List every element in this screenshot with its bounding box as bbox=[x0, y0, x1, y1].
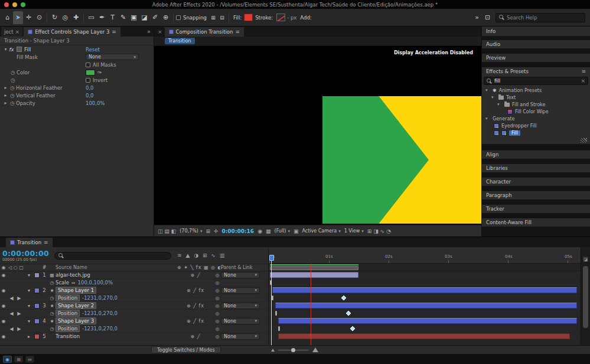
layer-switches[interactable]: ⊕ ╱ fx bbox=[177, 303, 214, 309]
add-label[interactable]: Add: bbox=[300, 15, 311, 21]
effect-enabled-fx-icon[interactable]: fx bbox=[9, 47, 17, 53]
toggle-switches-pane-icon[interactable]: ⊞ bbox=[14, 356, 23, 363]
stopwatch-icon[interactable]: ◷ bbox=[9, 70, 17, 76]
keyframe-icon[interactable] bbox=[270, 280, 272, 285]
workspace-icon[interactable]: ⊡ bbox=[483, 11, 493, 24]
parent-select[interactable]: None▾ bbox=[221, 333, 260, 340]
pickwhip-icon[interactable]: ◎ bbox=[214, 273, 221, 278]
video-eye-icon[interactable]: ◉ bbox=[0, 303, 7, 309]
pickwhip-icon[interactable]: ◎ bbox=[214, 303, 221, 309]
hand-tool[interactable]: ✛ bbox=[24, 11, 34, 24]
parent-select[interactable]: None▾ bbox=[221, 318, 260, 324]
keyframe-icon[interactable] bbox=[346, 311, 351, 316]
keyframe-icon[interactable] bbox=[350, 326, 355, 331]
timeline-search-field[interactable] bbox=[54, 252, 171, 260]
clone-stamp-tool[interactable]: ▣ bbox=[129, 11, 139, 24]
stroke-color-swatch[interactable] bbox=[276, 14, 285, 21]
layer-bar-transition[interactable] bbox=[278, 333, 570, 339]
layer-switches[interactable]: ⊕ ╱ bbox=[177, 273, 214, 278]
help-search-field[interactable] bbox=[496, 13, 585, 22]
tree-item-animation-presets[interactable]: ▾ ✱ Animation Presets bbox=[484, 87, 588, 94]
twirl-open-icon[interactable]: ▾ bbox=[25, 288, 33, 293]
keyframe-nav-icons[interactable]: ◀ ▶ bbox=[7, 311, 25, 316]
zoom-tool[interactable]: ⊙ bbox=[34, 11, 44, 24]
pickwhip-icon[interactable]: ◎ bbox=[214, 326, 221, 332]
current-time-display[interactable]: 0:00:00:00 bbox=[2, 250, 50, 257]
twirl-closed-icon[interactable]: ▸ bbox=[2, 85, 9, 90]
comp-nav-transition[interactable]: Transition bbox=[165, 38, 195, 44]
opacity-value[interactable]: 100,0% bbox=[86, 100, 105, 106]
tree-item-generate[interactable]: ▾ Generate bbox=[484, 115, 588, 122]
resolution-select[interactable]: (Full) ▾ bbox=[275, 228, 290, 234]
layer-name[interactable]: Shape Layer 2 bbox=[56, 302, 96, 309]
property-value[interactable]: 100,0,100,0% bbox=[78, 280, 113, 286]
keyframe-icon[interactable] bbox=[272, 296, 273, 300]
number-column-header[interactable]: # bbox=[40, 265, 48, 270]
toggle-av-features-pane-icon[interactable]: ◉ bbox=[3, 356, 12, 363]
type-tool[interactable]: T bbox=[107, 11, 118, 24]
twirl-open-icon[interactable]: ▾ bbox=[25, 273, 33, 278]
grid-guides-icon[interactable]: ⊞ bbox=[206, 228, 210, 234]
stopwatch-icon[interactable]: ◷ bbox=[9, 77, 17, 83]
panel-info[interactable]: Info bbox=[482, 27, 590, 36]
pen-tool[interactable]: ✒ bbox=[97, 11, 107, 24]
close-icon[interactable]: × bbox=[15, 29, 20, 35]
show-snapshot-icon[interactable]: ▦ bbox=[266, 228, 271, 234]
layer-switches[interactable]: ⊕ ╱ bbox=[177, 334, 214, 339]
all-masks-checkbox[interactable] bbox=[86, 63, 90, 67]
view-layout-select[interactable]: 1 View ▾ bbox=[344, 228, 364, 234]
layer-color-chip[interactable] bbox=[34, 288, 40, 293]
panel-menu-icon[interactable]: ≡ bbox=[581, 68, 586, 74]
mask-visibility-icon[interactable]: ✛ bbox=[214, 228, 219, 234]
layer-bar-algar-tech[interactable] bbox=[270, 272, 358, 278]
eraser-tool[interactable]: ◪ bbox=[139, 11, 149, 24]
stopwatch-icon[interactable]: ◷ bbox=[48, 326, 56, 332]
rotate-tool[interactable]: ↻ bbox=[50, 11, 60, 24]
scrollbar-thumb[interactable] bbox=[583, 266, 588, 328]
puppet-pin-tool[interactable]: ⊕ bbox=[161, 11, 171, 24]
property-name[interactable]: Position bbox=[56, 310, 80, 317]
minimize-window-button[interactable] bbox=[12, 2, 17, 7]
property-value[interactable]: -1231,0,270,0 bbox=[82, 295, 118, 301]
panel-menu-icon[interactable]: ≡ bbox=[112, 29, 116, 35]
layer-name[interactable]: Shape Layer 3 bbox=[56, 317, 96, 324]
property-name[interactable]: Position bbox=[56, 325, 80, 332]
tab-timeline-transition[interactable]: Transition ≡ bbox=[6, 238, 53, 247]
twirl-closed-icon[interactable]: ▸ bbox=[2, 100, 9, 106]
stopwatch-icon[interactable]: ◷ bbox=[48, 280, 56, 286]
video-eye-icon[interactable]: ◉ bbox=[0, 288, 7, 293]
layer-row-2[interactable]: ◉ ▾ 2 ★ Shape Layer 1 ⊕ ╱ fx ◎ None▾ bbox=[0, 287, 268, 294]
snap-options-icon[interactable]: ⊟ bbox=[218, 11, 226, 24]
timeline-view-option-icons[interactable]: ≋ ▲ ◑ ⊞ ∿ ▥ bbox=[177, 252, 226, 258]
stopwatch-icon[interactable]: ◷ bbox=[48, 311, 56, 316]
layer-bar-shape-1[interactable] bbox=[272, 287, 577, 293]
effects-search-field[interactable]: × bbox=[484, 77, 588, 85]
layer-name[interactable]: algar-tech.jpg bbox=[56, 272, 90, 278]
panel-menu-icon[interactable]: ≡ bbox=[44, 240, 48, 245]
keyframe-nav-icons[interactable]: ◀ ▶ bbox=[7, 326, 25, 332]
stroke-width-value[interactable]: - px bbox=[287, 15, 296, 21]
timeline-scrollbar[interactable]: ◪ bbox=[581, 247, 590, 345]
zoom-slider[interactable] bbox=[278, 350, 309, 350]
parent-select[interactable]: None▾ bbox=[221, 272, 260, 278]
close-icon[interactable]: × bbox=[158, 29, 162, 35]
zoom-window-button[interactable] bbox=[21, 2, 25, 7]
twirl-open-icon[interactable]: ▾ bbox=[485, 116, 490, 121]
layer-row-5[interactable]: ◉ ▸ 5 Transition ⊕ ╱ ◎ None▾ bbox=[0, 333, 268, 340]
layer-row-1[interactable]: ◉ ▾ 1 ▦ algar-tech.jpg ⊕ ╱ ◎ None▾ bbox=[0, 271, 268, 279]
tree-item-fill-color-wipe[interactable]: Fill Color Wipe bbox=[484, 108, 588, 115]
panel-menu-icon[interactable]: ≡ bbox=[235, 29, 240, 35]
snapping-checkbox[interactable] bbox=[176, 15, 181, 20]
home-button[interactable]: ⌂ bbox=[2, 11, 12, 24]
panel-align[interactable]: Align bbox=[482, 150, 590, 159]
color-value-swatch[interactable] bbox=[86, 70, 95, 76]
parent-select[interactable]: None▾ bbox=[221, 287, 260, 294]
property-row-position[interactable]: ◀ ▶ ◷ Position -1231,0,270,0 ◎ bbox=[0, 294, 268, 302]
channel-icons[interactable]: ◫ ▤ ◧ bbox=[158, 228, 176, 234]
panel-paragraph[interactable]: Paragraph bbox=[482, 191, 590, 199]
property-row-scale[interactable]: ◷ Scale ⇔ 100,0,100,0% ◎ bbox=[0, 279, 268, 287]
twirl-open-icon[interactable]: ▾ bbox=[25, 303, 33, 309]
tree-item-text-folder[interactable]: ▾ Text bbox=[484, 94, 588, 101]
more-tabs-icon[interactable]: » bbox=[147, 28, 151, 35]
close-window-button[interactable] bbox=[4, 2, 9, 7]
